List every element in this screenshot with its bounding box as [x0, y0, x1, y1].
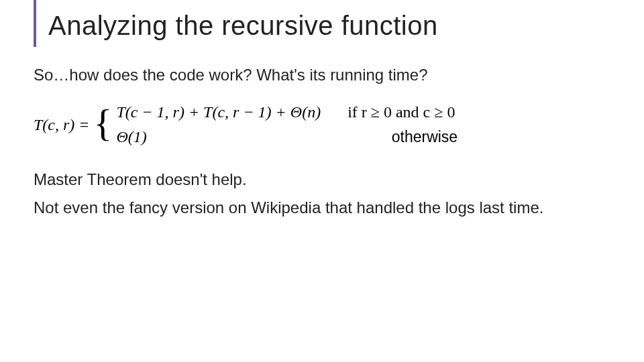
case2-condition: otherwise — [147, 128, 458, 146]
recurrence-equation: T(c, r) = { T(c − 1, r) + T(c, r − 1) + … — [34, 103, 624, 146]
slide-body: So…how does the code work? What's its ru… — [34, 47, 624, 217]
conclusion-line-2: Not even the fancy version on Wikipedia … — [34, 198, 624, 217]
case-row-2: Θ(1) otherwise — [116, 128, 458, 146]
case1-expression: T(c − 1, r) + T(c, r − 1) + Θ(n) — [116, 103, 321, 121]
conclusion-line-1: Master Theorem doesn't help. — [34, 170, 624, 189]
slide-title: Analyzing the recursive function — [48, 11, 624, 40]
brace-icon: { — [93, 108, 117, 139]
slide: Analyzing the recursive function So…how … — [0, 0, 644, 362]
case2-expression: Θ(1) — [116, 128, 146, 146]
intro-text: So…how does the code work? What's its ru… — [34, 66, 624, 84]
title-bar: Analyzing the recursive function — [34, 0, 624, 47]
recurrence-lhs: T(c, r) = — [34, 116, 93, 134]
recurrence-cases: T(c − 1, r) + T(c, r − 1) + Θ(n) if r ≥ … — [116, 103, 458, 146]
case1-condition: if r ≥ 0 and c ≥ 0 — [321, 103, 455, 121]
case-row-1: T(c − 1, r) + T(c, r − 1) + Θ(n) if r ≥ … — [116, 103, 458, 121]
